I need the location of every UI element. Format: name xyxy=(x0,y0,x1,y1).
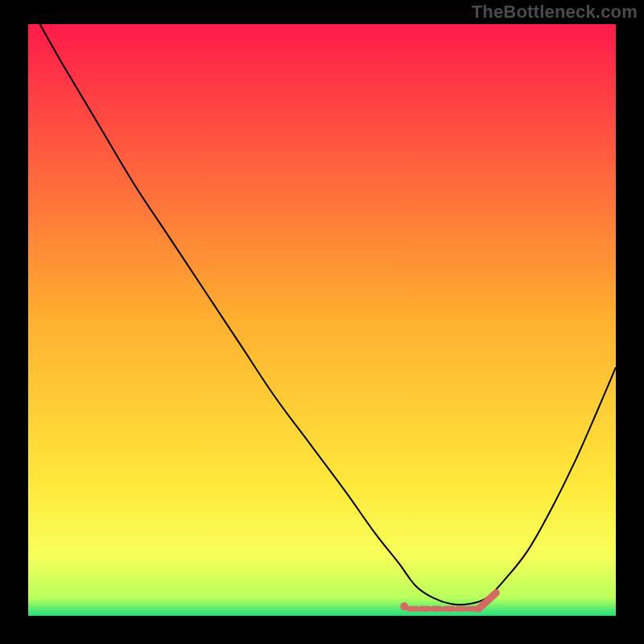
plot-area xyxy=(28,24,616,616)
gradient-background xyxy=(28,24,616,616)
attribution-label: TheBottleneck.com xyxy=(472,2,638,23)
chart-frame: TheBottleneck.com xyxy=(0,0,644,644)
bottleneck-chart xyxy=(28,24,616,616)
